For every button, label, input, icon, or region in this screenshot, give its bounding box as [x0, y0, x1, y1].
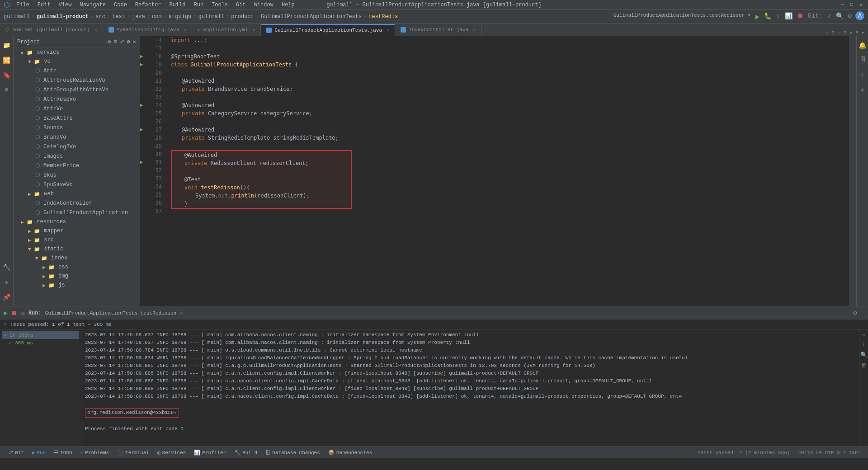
tab-close-myredisson[interactable]: ✕	[184, 27, 186, 33]
run-wrap-icon[interactable]: ⇔	[862, 331, 865, 338]
profiler-button[interactable]: 📊	[784, 11, 793, 22]
run-restart-button[interactable]: ↺	[21, 309, 24, 317]
profiler-button[interactable]: 📊 Profiler	[190, 449, 230, 456]
run-settings-icon[interactable]: ⚙	[853, 309, 857, 317]
tree-item[interactable]: ▶ 📁resources	[14, 217, 140, 226]
run-output[interactable]: 2023-07-14 17:49:58.637 INFO 18788 --- […	[81, 329, 859, 446]
run-filter-icon[interactable]: 🔍	[860, 352, 867, 358]
menu-refactor[interactable]: Refactor	[132, 1, 165, 9]
project-icon[interactable]: 📁	[1, 40, 12, 51]
todo-button[interactable]: ☰ TODO	[50, 449, 75, 456]
bc-com[interactable]: com	[152, 14, 162, 20]
tree-item[interactable]: ⬡Attr	[14, 66, 140, 75]
checkmark-icon[interactable]: ✓	[826, 11, 832, 22]
bc-test[interactable]: test	[112, 14, 125, 20]
close-button[interactable]: ✕	[857, 1, 864, 9]
commit-icon[interactable]: 🔀	[1, 55, 12, 66]
git-icon[interactable]: Git:	[807, 11, 824, 22]
project-sort-icon[interactable]: ≡	[113, 39, 117, 45]
tab-myredisson[interactable]: MyRedissonConfig.java ✕	[103, 24, 193, 36]
editor-scrollbar[interactable]	[849, 36, 856, 306]
tab-close-yml[interactable]: ✕	[252, 27, 255, 33]
tree-item[interactable]: ⬡BrandVo	[14, 132, 140, 142]
tree-item[interactable]: ⬡Bounds	[14, 123, 140, 132]
tree-item[interactable]: ▼ 📁static	[14, 244, 140, 254]
build-icon[interactable]: 🔨	[1, 262, 12, 273]
bc-product[interactable]: gulimall-product	[37, 14, 89, 20]
code-editor[interactable]: ▶ ▶ ▶ ▶ ▶	[140, 36, 856, 306]
tree-item[interactable]: ⬡AttrVo	[14, 104, 140, 113]
build-button[interactable]: 🔨 Build	[231, 449, 261, 456]
run-clear-icon[interactable]: 🗑	[861, 362, 867, 369]
run-button[interactable]: ▶	[754, 11, 760, 22]
run-test-name[interactable]: GulimallProductApplicationTests.testRedi…	[45, 310, 176, 316]
bc-gulimall[interactable]: gulimall	[4, 14, 30, 20]
tree-item[interactable]: ⬡Images	[14, 151, 140, 161]
minimize-button[interactable]: ─	[839, 1, 846, 9]
git-button[interactable]: ⎇ Git	[4, 449, 28, 456]
bookmark-icon[interactable]: 🔖	[1, 70, 12, 81]
bc-method[interactable]: testRedis	[368, 14, 398, 20]
tree-item[interactable]: ▶ 📁service	[14, 48, 140, 57]
run-close-button[interactable]: ✕	[180, 310, 183, 316]
services-button[interactable]: ◎ Services	[154, 449, 189, 456]
run-test-group[interactable]: ✓ Gr 365ms	[2, 331, 79, 339]
maximize-button[interactable]: □	[848, 1, 855, 9]
menu-code[interactable]: Code	[110, 1, 131, 9]
dependencies-button[interactable]: 📦 Dependencies	[325, 449, 376, 456]
tree-item[interactable]: ▶ 📁src	[14, 235, 140, 244]
stop-button[interactable]: ⏹	[796, 11, 804, 22]
bc-java[interactable]: java	[132, 14, 145, 20]
terminal-button[interactable]: ⬛ Terminal	[113, 449, 153, 456]
tree-item[interactable]: ▶ 📁css	[14, 263, 140, 272]
run-test-item[interactable]: ✓ 365 ms	[2, 339, 79, 347]
menu-build[interactable]: Build	[165, 1, 189, 9]
tree-item[interactable]: ⬡AttrGroupWithAttrsVo	[14, 85, 140, 94]
tree-item[interactable]: ▶ 📁js	[14, 281, 140, 290]
run-scroll-icon[interactable]: ↓	[862, 342, 865, 348]
tab-close-pom[interactable]: ✕	[94, 27, 97, 33]
code-content[interactable]: import ...; @SpringBootTest class Gulima…	[165, 36, 849, 306]
menu-file[interactable]: File	[13, 1, 33, 9]
menu-run[interactable]: Run	[190, 1, 207, 9]
bc-src[interactable]: src	[95, 14, 105, 20]
bookmarks-right-icon[interactable]: ★	[859, 84, 866, 95]
tab-indexcontroller[interactable]: IndexController.java ✕	[395, 24, 481, 36]
notifications-icon[interactable]: 🔔	[857, 40, 868, 51]
tab-gulimall-tests[interactable]: GulimallProductApplicationTests.java ✕	[261, 24, 395, 36]
run-stop-button[interactable]: ⏹	[11, 310, 17, 317]
bc-gulimall2[interactable]: gulimall	[198, 14, 225, 20]
database-icon[interactable]: 🗄	[858, 55, 868, 66]
tab-application-yml[interactable]: ▸ application.yml ✕	[192, 24, 261, 36]
tree-item[interactable]: ▼ 📁index	[14, 254, 140, 263]
menu-help[interactable]: Help	[278, 1, 298, 9]
run-config-dropdown[interactable]: GulimallProductApplicationTests.testRedi…	[613, 11, 752, 22]
menu-view[interactable]: View	[55, 1, 75, 9]
tree-item[interactable]: ▶ 📁mapper	[14, 226, 140, 235]
project-gear-icon[interactable]: ⚙	[127, 38, 130, 45]
structure-icon[interactable]: ≡	[3, 85, 10, 95]
tree-item[interactable]: ⬡AttrRespVo	[14, 94, 140, 104]
run-bottom-button[interactable]: ▶ Run	[28, 449, 49, 456]
tree-item[interactable]: ⬡BaseAttrs	[14, 113, 140, 123]
db-changes-button[interactable]: 🗄 Database Changes	[262, 449, 324, 456]
pin-icon[interactable]: 📌	[1, 291, 12, 303]
menu-window[interactable]: Window	[250, 1, 277, 9]
tree-item[interactable]: ⬡MemberPrice	[14, 161, 140, 170]
endpoints-icon[interactable]: ⚡	[859, 69, 866, 80]
avatar-icon[interactable]: A	[855, 11, 864, 20]
problems-button[interactable]: ⚠ Problems	[77, 449, 113, 456]
project-close-icon[interactable]: ✕	[133, 38, 136, 45]
run-play-button[interactable]: ▶	[4, 309, 7, 317]
bookmarks-bottom-icon[interactable]: ★	[3, 277, 10, 288]
tree-item[interactable]: ⬡Catelog2Vo	[14, 142, 140, 151]
tree-item[interactable]: ▶ 📁web	[14, 189, 140, 198]
bc-product2[interactable]: product	[231, 14, 254, 20]
tree-item[interactable]: ⬡GulimallProductApplication	[14, 208, 140, 217]
search-icon[interactable]: 🔍	[835, 11, 844, 22]
menu-edit[interactable]: Edit	[34, 1, 54, 9]
tree-item[interactable]: ⬡AttrGroupRelationVo	[14, 75, 140, 85]
debug-button[interactable]: 🐛	[763, 11, 773, 22]
tab-close-tests[interactable]: ✕	[387, 28, 389, 33]
project-expand-icon[interactable]: ⤢	[120, 38, 124, 45]
